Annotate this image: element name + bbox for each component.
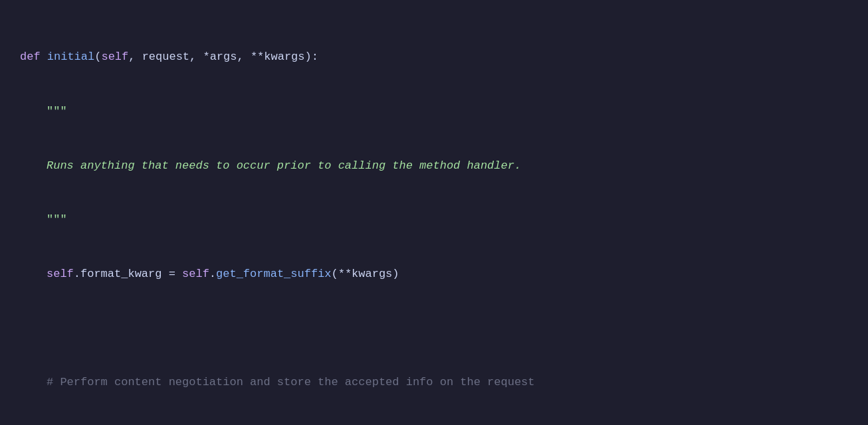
line-blank-1: [20, 319, 848, 337]
line-4: """: [20, 211, 848, 228]
line-7: # Perform content negotiation and store …: [20, 373, 848, 391]
line-5: self.format_kwarg = self.get_format_suff…: [20, 265, 848, 283]
code-editor: def initial(self, request, *args, **kwar…: [20, 12, 848, 425]
line-3: Runs anything that needs to occur prior …: [20, 157, 848, 175]
line-2: """: [20, 102, 848, 120]
line-1: def initial(self, request, *args, **kwar…: [20, 48, 848, 66]
